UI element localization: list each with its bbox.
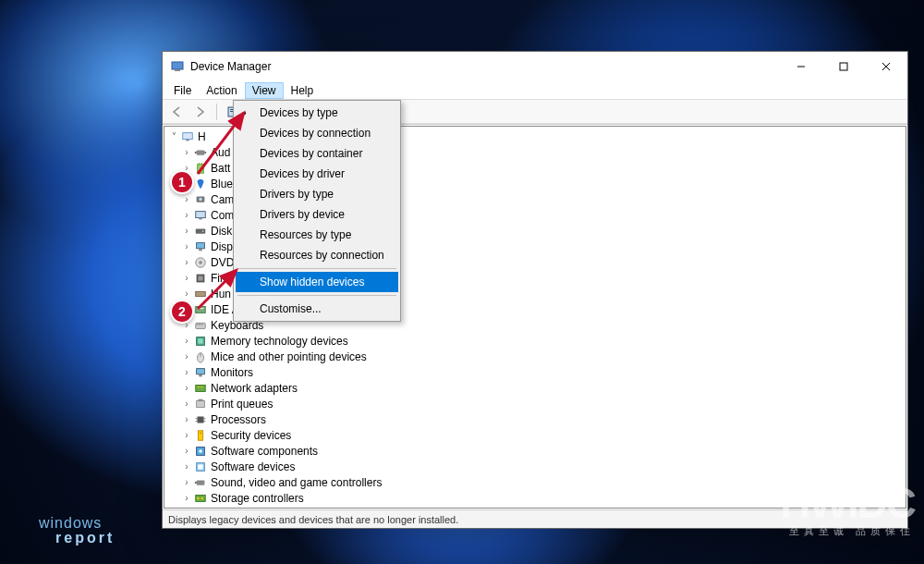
expand-icon[interactable]: › <box>181 288 192 299</box>
svg-rect-48 <box>198 398 202 400</box>
menu-item-label: Resources by type <box>260 228 351 241</box>
expand-icon[interactable]: › <box>181 477 192 487</box>
expand-icon[interactable]: › <box>181 210 192 220</box>
expand-icon[interactable]: › <box>181 336 192 346</box>
tree-item-label: Cam <box>211 193 234 206</box>
tree-item[interactable]: ›Software components <box>181 443 906 459</box>
device-category-icon <box>193 428 208 443</box>
collapse-icon[interactable]: ˅ <box>168 131 179 141</box>
device-category-icon <box>193 192 208 207</box>
menu-item-label: Resources by connection <box>260 249 384 262</box>
tree-item-label: Monitors <box>211 366 253 379</box>
svg-rect-59 <box>198 464 202 469</box>
svg-rect-49 <box>198 416 204 423</box>
tree-item[interactable]: ›Monitors <box>181 364 906 380</box>
menu-item-label: Devices by connection <box>260 127 371 140</box>
annotation-badge-2: 2 <box>170 300 194 324</box>
svg-rect-22 <box>199 217 202 219</box>
tree-item[interactable]: ›Software devices <box>181 459 906 474</box>
expand-icon[interactable]: › <box>181 273 192 283</box>
svg-rect-43 <box>199 374 202 376</box>
tree-item-label: Network adapters <box>211 382 298 395</box>
svg-point-63 <box>197 497 200 499</box>
maximize-button[interactable] <box>822 52 865 81</box>
expand-icon[interactable]: › <box>181 414 192 424</box>
svg-rect-60 <box>197 480 205 484</box>
tree-item-label: Software devices <box>211 460 295 473</box>
svg-line-66 <box>198 270 237 309</box>
svg-rect-45 <box>198 386 201 387</box>
view-menu-item[interactable]: Resources by type <box>236 225 398 245</box>
expand-icon[interactable]: › <box>181 461 192 472</box>
expand-icon[interactable]: › <box>181 430 192 440</box>
menu-item-label: Drivers by device <box>260 208 345 221</box>
menu-file[interactable]: File <box>166 82 199 99</box>
menu-item-label: Drivers by type <box>260 188 334 201</box>
tree-item[interactable]: ›Memory technology devices <box>181 333 906 349</box>
expand-icon[interactable]: › <box>181 398 192 409</box>
svg-point-64 <box>201 497 203 499</box>
tree-item[interactable]: ›Processors <box>181 411 906 427</box>
tree-item-label: Disp <box>211 240 233 253</box>
menu-item-label: Customise... <box>260 302 322 315</box>
tree-item[interactable]: ›Print queues <box>181 396 906 411</box>
tree-item[interactable]: ›Network adapters <box>181 380 906 396</box>
svg-rect-61 <box>195 482 197 484</box>
annotation-badge-1: 1 <box>170 170 194 194</box>
svg-point-28 <box>199 261 202 264</box>
svg-rect-35 <box>197 324 199 325</box>
svg-rect-39 <box>198 338 202 343</box>
device-category-icon <box>193 224 208 239</box>
close-button[interactable] <box>865 52 907 81</box>
tree-item[interactable]: ›Mice and other pointing devices <box>181 349 906 364</box>
expand-icon[interactable]: › <box>181 257 192 267</box>
svg-rect-52 <box>204 418 206 419</box>
device-category-icon <box>193 381 208 396</box>
expand-icon[interactable]: › <box>181 226 192 236</box>
menu-divider <box>237 295 396 296</box>
tree-item-label: Com <box>211 209 234 222</box>
svg-rect-50 <box>196 418 198 419</box>
tree-item-label: Sound, video and game controllers <box>211 476 382 489</box>
svg-rect-26 <box>199 248 202 251</box>
view-menu-item[interactable]: •Devices by type <box>236 103 398 123</box>
view-menu-item[interactable]: Devices by driver <box>236 164 398 184</box>
device-category-icon <box>193 475 208 490</box>
svg-rect-46 <box>201 386 203 387</box>
menu-item-label: Show hidden devices <box>260 276 364 288</box>
view-menu-item[interactable]: Drivers by type <box>236 184 398 204</box>
svg-rect-36 <box>199 324 201 325</box>
view-menu-item[interactable]: Devices by container <box>236 143 398 164</box>
window-controls <box>780 52 907 81</box>
menu-help[interactable]: Help <box>284 82 322 99</box>
device-category-icon <box>193 412 208 427</box>
view-menu-item[interactable]: Devices by connection <box>236 123 398 143</box>
titlebar[interactable]: Device Manager <box>163 52 907 81</box>
menu-action[interactable]: Action <box>199 82 244 99</box>
menu-divider <box>237 268 396 269</box>
menu-view[interactable]: View <box>245 82 284 99</box>
view-menu-item[interactable]: Drivers by device <box>236 204 398 225</box>
svg-rect-42 <box>197 368 205 374</box>
nav-back-button[interactable] <box>166 102 187 122</box>
minimize-button[interactable] <box>780 52 822 81</box>
device-category-icon <box>193 239 208 254</box>
tree-item-label: Storage controllers <box>211 492 304 505</box>
expand-icon[interactable]: › <box>181 241 192 251</box>
svg-rect-25 <box>197 242 205 248</box>
expand-icon[interactable]: › <box>181 493 192 503</box>
svg-rect-54 <box>198 430 202 440</box>
device-category-icon <box>193 365 208 380</box>
expand-icon[interactable]: › <box>181 446 192 456</box>
expand-icon[interactable]: › <box>181 194 192 204</box>
menu-item-label: Devices by type <box>260 106 338 119</box>
svg-rect-37 <box>201 324 203 325</box>
expand-icon[interactable]: › <box>181 383 192 393</box>
tree-item[interactable]: ›Security devices <box>181 427 906 443</box>
expand-icon[interactable]: › <box>181 367 192 377</box>
expand-icon[interactable]: › <box>181 351 192 362</box>
svg-rect-23 <box>196 228 206 233</box>
view-menu-item[interactable]: Show hidden devices <box>236 272 398 292</box>
view-menu-item[interactable]: Customise... <box>236 299 398 319</box>
view-menu-item[interactable]: Resources by connection <box>236 245 398 265</box>
